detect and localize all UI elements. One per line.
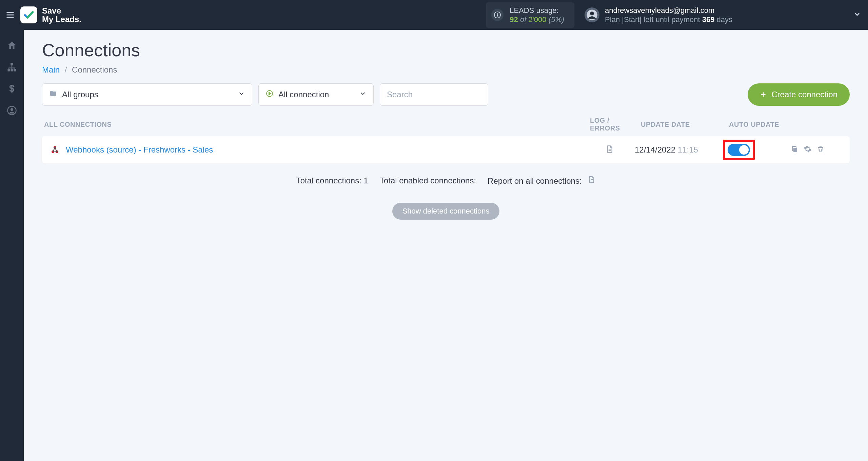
groups-dropdown[interactable]: All groups <box>42 83 252 106</box>
brand-logo <box>20 6 37 23</box>
svg-rect-5 <box>497 13 498 14</box>
col-log: Log / Errors <box>590 117 641 132</box>
chevron-down-icon <box>359 90 367 99</box>
col-auto: Auto update <box>729 121 797 128</box>
plan-suffix: days <box>714 15 732 24</box>
search-field-wrap[interactable] <box>380 83 488 106</box>
usage-total: 2'000 <box>528 15 546 24</box>
col-name: All connections <box>44 121 590 128</box>
usage-values: 92 of 2'000 (5%) <box>510 15 564 24</box>
col-date: Update date <box>641 121 729 128</box>
plan-name: Start <box>624 15 639 24</box>
usage-of: of <box>520 15 526 24</box>
nav-connections[interactable] <box>6 62 17 73</box>
usage-label: LEADS usage: <box>510 6 564 15</box>
gear-icon <box>804 145 812 153</box>
home-icon <box>7 40 17 51</box>
sitemap-icon <box>7 62 17 72</box>
account-menu[interactable]: andrewsavemyleads@gmail.com Plan |Start|… <box>585 6 861 24</box>
summary-total-label: Total connections: <box>296 176 364 185</box>
update-date: 12/14/2022 11:15 <box>635 145 723 155</box>
breadcrumb-main-link[interactable]: Main <box>42 65 60 74</box>
play-circle-icon <box>265 89 274 100</box>
search-input[interactable] <box>387 90 481 99</box>
brand-line2: My Leads. <box>42 15 81 23</box>
create-connection-button[interactable]: Create connection <box>748 83 850 106</box>
plan-mid: | left until payment <box>639 15 702 24</box>
table-row: Webhooks (source) - Freshworks - Sales 1… <box>42 136 850 163</box>
breadcrumb-current: Connections <box>72 65 117 74</box>
toggle-knob <box>739 145 749 155</box>
svg-point-7 <box>590 12 594 15</box>
svg-rect-23 <box>793 148 797 152</box>
svg-rect-8 <box>11 63 13 66</box>
svg-marker-15 <box>269 92 271 95</box>
update-date-day: 12/14/2022 <box>635 145 675 154</box>
usage-current: 92 <box>510 15 518 24</box>
nav-profile[interactable] <box>6 105 17 116</box>
create-connection-label: Create connection <box>771 90 837 99</box>
highlight-annotation <box>723 140 755 160</box>
plan-days: 369 <box>702 15 715 24</box>
groups-label: All groups <box>62 90 98 99</box>
log-button[interactable] <box>605 145 614 155</box>
delete-button[interactable] <box>816 145 825 155</box>
document-icon <box>587 176 595 184</box>
copy-button[interactable] <box>791 145 799 155</box>
usage-pct: (5%) <box>549 15 564 24</box>
breadcrumb: Main / Connections <box>42 65 850 75</box>
folder-icon <box>49 89 57 100</box>
summary-total: Total connections: 1 <box>296 176 368 185</box>
svg-rect-9 <box>8 69 11 72</box>
account-chevron-down-icon[interactable] <box>853 10 861 20</box>
plan-prefix: Plan | <box>605 15 624 24</box>
webhook-icon <box>50 145 60 155</box>
table-header: All connections Log / Errors Update date… <box>42 117 850 136</box>
summary-report-label: Report on all connections: <box>488 176 582 185</box>
page-title: Connections <box>42 40 850 60</box>
connection-link[interactable]: Webhooks (source) - Freshworks - Sales <box>66 145 213 155</box>
breadcrumb-sep: / <box>65 65 67 74</box>
svg-rect-4 <box>497 14 498 16</box>
trash-icon <box>816 145 825 153</box>
brand-line1: Save <box>42 6 81 15</box>
report-button[interactable] <box>587 176 595 185</box>
nav-billing[interactable] <box>6 83 17 94</box>
summary-row: Total connections: 1 Total enabled conne… <box>42 176 850 186</box>
update-date-time: 11:15 <box>678 145 698 154</box>
status-label: All connection <box>278 90 329 99</box>
summary-total-value: 1 <box>364 176 368 185</box>
chevron-down-icon <box>238 90 245 99</box>
hamburger-menu-button[interactable] <box>3 8 17 22</box>
settings-button[interactable] <box>804 145 812 155</box>
account-email: andrewsavemyleads@gmail.com <box>605 6 732 15</box>
copy-icon <box>791 145 799 153</box>
status-dropdown[interactable]: All connection <box>258 83 374 106</box>
dollar-icon <box>7 84 17 94</box>
svg-rect-10 <box>11 69 13 72</box>
document-icon <box>605 145 614 154</box>
summary-report: Report on all connections: <box>488 176 595 186</box>
brand-name: Save My Leads. <box>42 6 81 23</box>
summary-enabled: Total enabled connections: <box>380 176 476 185</box>
sidebar-nav <box>0 30 24 461</box>
svg-point-13 <box>11 108 13 111</box>
info-icon <box>491 9 504 21</box>
user-circle-icon <box>7 105 17 116</box>
auto-update-toggle[interactable] <box>728 144 750 156</box>
account-plan: Plan |Start| left until payment 369 days <box>605 15 732 24</box>
nav-home[interactable] <box>6 40 17 51</box>
hamburger-icon <box>5 10 15 20</box>
avatar-icon <box>585 7 599 22</box>
check-icon <box>23 9 35 21</box>
usage-widget: LEADS usage: 92 of 2'000 (5%) <box>486 2 574 28</box>
show-deleted-button[interactable]: Show deleted connections <box>392 203 500 220</box>
plus-icon <box>760 91 767 98</box>
svg-rect-11 <box>14 69 16 72</box>
